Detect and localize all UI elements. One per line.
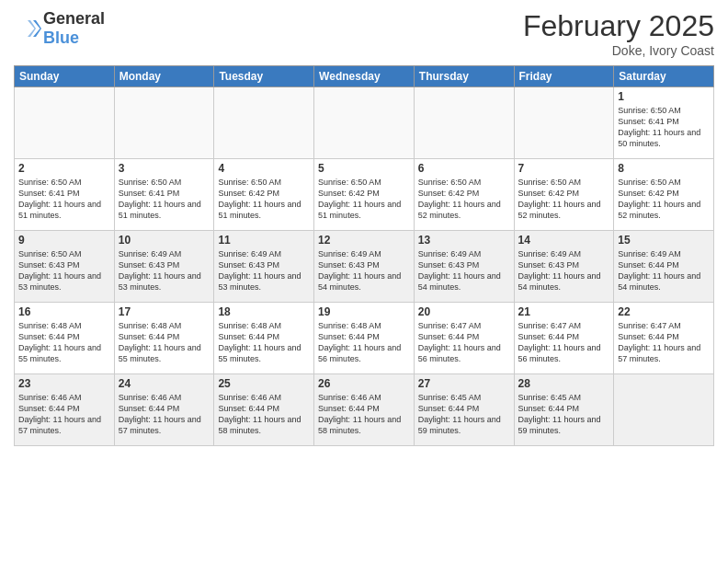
day-number: 25 [218, 377, 310, 390]
calendar-table: Sunday Monday Tuesday Wednesday Thursday… [14, 65, 714, 446]
day-info: Sunrise: 6:50 AM Sunset: 6:42 PM Dayligh… [618, 177, 710, 222]
day-number: 22 [618, 305, 710, 318]
calendar-header-row: Sunday Monday Tuesday Wednesday Thursday… [15, 66, 714, 87]
day-number: 5 [318, 162, 410, 175]
calendar-week-row: 1Sunrise: 6:50 AM Sunset: 6:41 PM Daylig… [15, 87, 714, 159]
table-row: 17Sunrise: 6:48 AM Sunset: 6:44 PM Dayli… [114, 303, 214, 374]
location-subtitle: Doke, Ivory Coast [523, 43, 714, 58]
day-info: Sunrise: 6:46 AM Sunset: 6:44 PM Dayligh… [18, 392, 110, 437]
table-row: 4Sunrise: 6:50 AM Sunset: 6:42 PM Daylig… [214, 159, 314, 231]
title-area: February 2025 Doke, Ivory Coast [523, 9, 714, 58]
table-row: 2Sunrise: 6:50 AM Sunset: 6:41 PM Daylig… [15, 159, 115, 231]
day-info: Sunrise: 6:50 AM Sunset: 6:42 PM Dayligh… [318, 177, 410, 222]
day-number: 23 [18, 377, 110, 390]
day-info: Sunrise: 6:50 AM Sunset: 6:41 PM Dayligh… [18, 177, 110, 222]
day-number: 16 [18, 305, 110, 318]
day-info: Sunrise: 6:48 AM Sunset: 6:44 PM Dayligh… [318, 320, 410, 365]
table-row: 7Sunrise: 6:50 AM Sunset: 6:42 PM Daylig… [514, 159, 614, 231]
day-number: 27 [418, 377, 510, 390]
calendar-week-row: 23Sunrise: 6:46 AM Sunset: 6:44 PM Dayli… [15, 374, 714, 446]
day-info: Sunrise: 6:45 AM Sunset: 6:44 PM Dayligh… [418, 392, 510, 437]
day-info: Sunrise: 6:49 AM Sunset: 6:43 PM Dayligh… [518, 248, 610, 293]
day-number: 24 [119, 377, 210, 390]
day-info: Sunrise: 6:49 AM Sunset: 6:43 PM Dayligh… [218, 248, 310, 293]
table-row [214, 87, 314, 159]
day-info: Sunrise: 6:48 AM Sunset: 6:44 PM Dayligh… [119, 320, 210, 365]
day-number: 4 [218, 162, 310, 175]
day-info: Sunrise: 6:46 AM Sunset: 6:44 PM Dayligh… [218, 392, 310, 437]
table-row: 27Sunrise: 6:45 AM Sunset: 6:44 PM Dayli… [414, 374, 514, 446]
table-row: 26Sunrise: 6:46 AM Sunset: 6:44 PM Dayli… [314, 374, 415, 446]
col-sunday: Sunday [15, 66, 115, 87]
day-number: 6 [418, 162, 510, 175]
table-row: 18Sunrise: 6:48 AM Sunset: 6:44 PM Dayli… [214, 303, 314, 374]
table-row: 13Sunrise: 6:49 AM Sunset: 6:43 PM Dayli… [414, 231, 514, 303]
col-tuesday: Tuesday [214, 66, 314, 87]
day-info: Sunrise: 6:50 AM Sunset: 6:42 PM Dayligh… [218, 177, 310, 222]
table-row: 19Sunrise: 6:48 AM Sunset: 6:44 PM Dayli… [314, 303, 415, 374]
table-row: 12Sunrise: 6:49 AM Sunset: 6:43 PM Dayli… [314, 231, 415, 303]
day-number: 21 [518, 305, 610, 318]
logo-general: General [43, 9, 105, 29]
table-row: 1Sunrise: 6:50 AM Sunset: 6:41 PM Daylig… [614, 87, 714, 159]
day-info: Sunrise: 6:50 AM Sunset: 6:41 PM Dayligh… [618, 105, 710, 150]
calendar-week-row: 9Sunrise: 6:50 AM Sunset: 6:43 PM Daylig… [15, 231, 714, 303]
day-info: Sunrise: 6:50 AM Sunset: 6:42 PM Dayligh… [518, 177, 610, 222]
day-number: 10 [119, 234, 210, 247]
day-number: 7 [518, 162, 610, 175]
day-info: Sunrise: 6:48 AM Sunset: 6:44 PM Dayligh… [18, 320, 110, 365]
table-row: 8Sunrise: 6:50 AM Sunset: 6:42 PM Daylig… [614, 159, 714, 231]
day-number: 3 [119, 162, 210, 175]
day-number: 19 [318, 305, 410, 318]
day-info: Sunrise: 6:50 AM Sunset: 6:42 PM Dayligh… [418, 177, 510, 222]
svg-marker-1 [28, 20, 36, 37]
day-number: 12 [318, 234, 410, 247]
table-row [614, 374, 714, 446]
table-row: 10Sunrise: 6:49 AM Sunset: 6:43 PM Dayli… [114, 231, 214, 303]
day-number: 8 [618, 162, 710, 175]
day-number: 9 [18, 234, 110, 247]
table-row [514, 87, 614, 159]
day-info: Sunrise: 6:46 AM Sunset: 6:44 PM Dayligh… [119, 392, 210, 437]
col-monday: Monday [114, 66, 214, 87]
col-thursday: Thursday [414, 66, 514, 87]
day-number: 14 [518, 234, 610, 247]
table-row: 15Sunrise: 6:49 AM Sunset: 6:44 PM Dayli… [614, 231, 714, 303]
day-info: Sunrise: 6:49 AM Sunset: 6:43 PM Dayligh… [318, 248, 410, 293]
day-number: 15 [618, 234, 710, 247]
table-row: 16Sunrise: 6:48 AM Sunset: 6:44 PM Dayli… [15, 303, 115, 374]
day-number: 1 [618, 90, 710, 103]
table-row: 20Sunrise: 6:47 AM Sunset: 6:44 PM Dayli… [414, 303, 514, 374]
day-info: Sunrise: 6:47 AM Sunset: 6:44 PM Dayligh… [618, 320, 710, 365]
col-wednesday: Wednesday [314, 66, 415, 87]
day-info: Sunrise: 6:46 AM Sunset: 6:44 PM Dayligh… [318, 392, 410, 437]
month-title: February 2025 [523, 9, 714, 43]
day-info: Sunrise: 6:49 AM Sunset: 6:43 PM Dayligh… [418, 248, 510, 293]
day-info: Sunrise: 6:50 AM Sunset: 6:43 PM Dayligh… [18, 248, 110, 293]
table-row: 23Sunrise: 6:46 AM Sunset: 6:44 PM Dayli… [15, 374, 115, 446]
page-header: General Blue February 2025 Doke, Ivory C… [14, 9, 714, 58]
logo: General Blue [14, 9, 105, 48]
table-row [15, 87, 115, 159]
day-info: Sunrise: 6:49 AM Sunset: 6:44 PM Dayligh… [618, 248, 710, 293]
table-row [314, 87, 415, 159]
day-number: 18 [218, 305, 310, 318]
day-number: 2 [18, 162, 110, 175]
day-number: 11 [218, 234, 310, 247]
table-row: 25Sunrise: 6:46 AM Sunset: 6:44 PM Dayli… [214, 374, 314, 446]
day-number: 26 [318, 377, 410, 390]
day-info: Sunrise: 6:45 AM Sunset: 6:44 PM Dayligh… [518, 392, 610, 437]
col-friday: Friday [514, 66, 614, 87]
day-number: 28 [518, 377, 610, 390]
day-info: Sunrise: 6:49 AM Sunset: 6:43 PM Dayligh… [119, 248, 210, 293]
day-number: 20 [418, 305, 510, 318]
logo-blue: Blue [43, 29, 105, 48]
svg-marker-0 [33, 20, 41, 37]
day-info: Sunrise: 6:47 AM Sunset: 6:44 PM Dayligh… [518, 320, 610, 365]
table-row [414, 87, 514, 159]
calendar-week-row: 16Sunrise: 6:48 AM Sunset: 6:44 PM Dayli… [15, 303, 714, 374]
table-row: 5Sunrise: 6:50 AM Sunset: 6:42 PM Daylig… [314, 159, 415, 231]
table-row: 21Sunrise: 6:47 AM Sunset: 6:44 PM Dayli… [514, 303, 614, 374]
logo-icon [14, 15, 41, 42]
day-number: 13 [418, 234, 510, 247]
